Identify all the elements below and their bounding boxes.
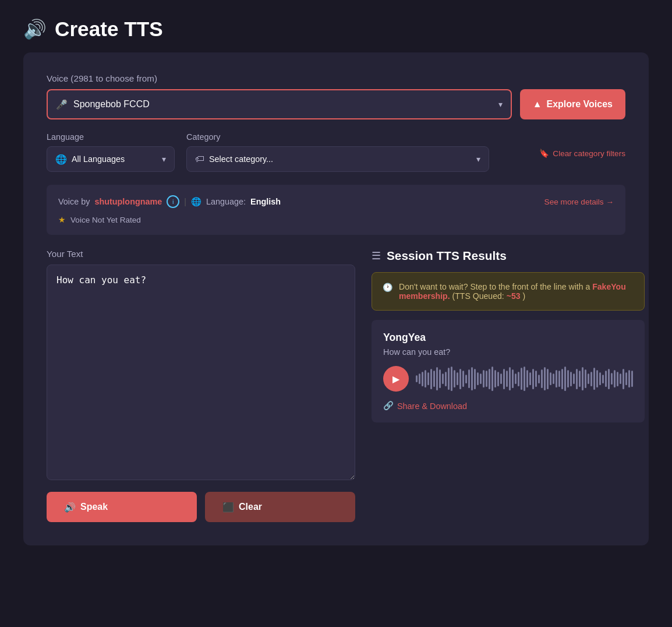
mic-icon: 🎤 — [56, 99, 68, 110]
waveform: const heights = [12,18,25,30,22,35,28,40… — [416, 366, 633, 392]
globe-icon: 🌐 — [55, 154, 67, 165]
waveform-bar — [416, 375, 418, 382]
waveform-bar — [483, 370, 484, 388]
waveform-bar — [573, 374, 575, 384]
waveform-bar — [628, 370, 630, 388]
waveform-bar — [553, 374, 554, 384]
waveform-bar — [471, 367, 473, 390]
waveform-bar — [596, 370, 598, 388]
waveform-bar — [620, 374, 621, 384]
share-download-label: Share & Download — [397, 401, 467, 411]
waveform-bar — [605, 371, 607, 387]
waveform-bar — [585, 369, 586, 388]
language-select[interactable]: 🌐 All Languages ▾ — [47, 146, 175, 172]
queue-notice: 🕐 Don't want to wait? Step to the front … — [372, 272, 645, 311]
speak-button[interactable]: 🔊 Speak — [47, 492, 197, 522]
text-input[interactable]: How can you eat? — [47, 265, 355, 480]
waveform-bar — [611, 373, 613, 385]
waveform-bar — [459, 369, 461, 389]
clear-category-filters-button[interactable]: 🔖 Clear category filters — [539, 149, 625, 158]
waveform-bar — [427, 372, 429, 385]
waveform-bar — [512, 369, 514, 388]
category-select[interactable]: 🏷 Select category... ▾ — [186, 146, 489, 172]
waveform-bar — [454, 370, 455, 388]
play-button[interactable]: ▶ — [383, 366, 409, 392]
clear-filters-label: Clear category filters — [553, 149, 625, 158]
waveform-bar — [494, 370, 496, 388]
waveform-bar — [526, 370, 528, 388]
waveform-bar — [541, 369, 543, 388]
explore-voices-button[interactable]: ▲ Explore Voices — [520, 89, 625, 119]
queue-close: ) — [522, 291, 525, 301]
waveform-bar — [544, 367, 546, 390]
waveform-bar — [515, 374, 517, 384]
result-text-content: How can you eat? — [383, 347, 633, 357]
page-title: Create TTS — [55, 17, 163, 41]
waveform-bar — [564, 367, 566, 391]
voice-input[interactable] — [73, 99, 498, 110]
waveform-bar — [451, 367, 452, 391]
voice-meta-left: Voice by shutuplongname i | 🌐 Language: … — [58, 195, 281, 208]
content-area: Your Text How can you eat? 🔊 Speak ⬛ Cle… — [47, 249, 625, 522]
lang-value: English — [250, 197, 281, 206]
category-filter-group: Category 🏷 Select category... ▾ — [186, 132, 489, 172]
waveform-bar — [506, 371, 508, 387]
queue-notice-text: Don't want to wait? Step to the front of… — [399, 282, 590, 291]
queue-count: ~53 — [507, 291, 521, 301]
tag-icon: 🏷 — [195, 154, 204, 164]
voice-meta: Voice by shutuplongname i | 🌐 Language: … — [58, 195, 614, 208]
waveform-bar — [500, 374, 502, 384]
author-badge-icon: i — [167, 195, 179, 208]
meta-divider: | — [184, 197, 186, 206]
waveform-bar — [567, 370, 569, 388]
result-card: YongYea How can you eat? ▶ const heights… — [372, 320, 645, 422]
voice-select-row: 🎤 ▾ ▲ Explore Voices — [47, 89, 625, 119]
waveform-bar — [550, 372, 551, 385]
waveform-bar — [480, 374, 482, 384]
waveform-bar — [425, 370, 426, 388]
waveform-bar — [486, 371, 487, 387]
queue-label: (TTS Queued: — [452, 291, 504, 301]
waveform-bar — [623, 369, 624, 389]
waveform-bar — [503, 369, 505, 389]
waveform-bar — [491, 367, 493, 391]
hamburger-icon: ☰ — [372, 250, 381, 262]
waveform-bar — [436, 367, 438, 390]
share-download-link[interactable]: 🔗 Share & Download — [383, 401, 633, 411]
waveform-bar — [532, 369, 534, 389]
category-placeholder: Select category... — [209, 154, 273, 164]
waveform-bar — [465, 375, 467, 383]
language-filter-group: Language 🌐 All Languages ▾ — [47, 132, 175, 172]
waveform-bar — [442, 374, 444, 384]
language-chevron-icon: ▾ — [162, 154, 166, 164]
voice-dropdown-chevron[interactable]: ▾ — [498, 100, 503, 109]
waveform-bar — [602, 375, 604, 383]
voice-rating: ★ Voice Not Yet Rated — [58, 215, 614, 224]
waveform-bar — [439, 369, 441, 388]
waveform-bar — [430, 369, 432, 389]
voice-section-label: Voice (2981 to choose from) — [47, 73, 625, 83]
waveform-bar — [556, 370, 557, 388]
author-link[interactable]: shutuplongname — [94, 197, 162, 206]
clear-button[interactable]: ⬛ Clear — [205, 492, 355, 522]
voice-input-wrapper[interactable]: 🎤 ▾ — [47, 89, 512, 119]
page-header: 🔊 Create TTS — [23, 17, 649, 41]
waveform-bar — [433, 371, 435, 387]
text-panel-label: Your Text — [47, 249, 355, 259]
clear-icon: ⬛ — [222, 502, 234, 513]
waveform-bar — [529, 372, 531, 385]
language-label: Language — [47, 132, 175, 142]
globe-lang-icon: 🌐 — [191, 197, 201, 207]
voice-info-card: Voice by shutuplongname i | 🌐 Language: … — [47, 185, 625, 235]
see-more-details-link[interactable]: See more details → — [544, 198, 614, 206]
rating-text: Voice Not Yet Rated — [70, 216, 141, 224]
link-icon: 🔗 — [383, 401, 394, 411]
waveform-bar — [608, 369, 610, 389]
waveform-bar — [509, 367, 511, 390]
waveform-bar — [579, 371, 581, 387]
waveform-bar — [497, 372, 499, 386]
waveform-bar — [588, 374, 589, 384]
lang-prefix: Language: — [206, 197, 246, 206]
waveform-bar — [535, 371, 537, 387]
waveform-bar — [538, 375, 540, 383]
